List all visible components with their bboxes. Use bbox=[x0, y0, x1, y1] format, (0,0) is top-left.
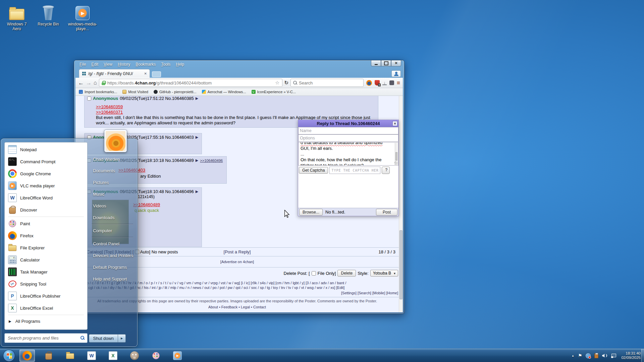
start-menu-item-help-support[interactable]: Help and Support bbox=[88, 273, 137, 285]
shutdown-options-arrow[interactable] bbox=[118, 334, 126, 343]
url-text[interactable]: https://boards.4chan.org/g/thread/106460… bbox=[107, 80, 273, 85]
menu-view[interactable]: View bbox=[104, 62, 112, 67]
new-tab-button[interactable] bbox=[152, 71, 161, 77]
all-programs-button[interactable]: All Programs bbox=[5, 316, 87, 326]
get-captcha-button[interactable]: Get Captcha bbox=[299, 167, 328, 174]
start-menu-item-libreoffice-excel[interactable]: LibreOffice Excel bbox=[5, 302, 87, 314]
style-select[interactable]: Yotsuba B bbox=[370, 270, 398, 277]
post-meta[interactable]: 09/02/25(Tue)17:51:22 No.106460385 bbox=[120, 96, 194, 101]
bookmark-most-visited[interactable]: Most Visited bbox=[122, 90, 148, 94]
quote-link[interactable]: >>106460359 bbox=[96, 104, 123, 109]
start-menu-item-computer[interactable]: Computer bbox=[88, 225, 137, 237]
start-menu-item-file-explorer[interactable]: File Explorer bbox=[5, 242, 87, 254]
menu-bookmarks[interactable]: Bookmarks bbox=[136, 62, 156, 67]
desktop-icon-media-player[interactable]: windows-media-playe... bbox=[66, 3, 99, 31]
start-menu-item-paint[interactable]: Paint bbox=[5, 218, 87, 230]
maximize-button[interactable] bbox=[381, 60, 391, 66]
taskbar-libreoffice-excel[interactable] bbox=[105, 350, 121, 362]
start-menu-user-name[interactable]: Chad Warden bbox=[88, 154, 137, 165]
show-desktop-button[interactable] bbox=[641, 349, 644, 362]
start-menu-item-notepad[interactable]: Notepad bbox=[5, 143, 87, 156]
menu-tools[interactable]: Tools bbox=[161, 62, 170, 67]
start-menu-item-discover[interactable]: Discover bbox=[5, 204, 87, 216]
start-menu-item-google-chrome[interactable]: Google Chrome bbox=[5, 168, 87, 180]
start-menu-item-libreoffice-word[interactable]: LibreOffice Word bbox=[5, 192, 87, 204]
taskbar-vlc[interactable] bbox=[170, 350, 185, 362]
downloads-icon[interactable]: ↓ bbox=[382, 81, 387, 85]
taskbar-firefox[interactable] bbox=[19, 350, 35, 362]
scrollbar-thumb[interactable] bbox=[395, 152, 397, 161]
clock[interactable]: 18:31:40 02/09/2025 bbox=[621, 351, 641, 360]
comment-textarea[interactable]: o that defaults to a beautiful and optim… bbox=[298, 142, 398, 166]
taskbar-file-explorer[interactable] bbox=[62, 350, 78, 362]
browser-titlebar[interactable]: File Edit View History Bookmarks Tools H… bbox=[74, 60, 404, 78]
start-menu-item-snipping-tool[interactable]: Snipping Tool bbox=[5, 278, 87, 290]
scrollbar-thumb[interactable] bbox=[399, 230, 402, 300]
action-center-flag-icon[interactable]: ⚑ bbox=[578, 353, 582, 358]
start-menu-item-vlc[interactable]: VLC media player bbox=[5, 180, 87, 192]
start-menu-item-command-prompt[interactable]: Command Prompt bbox=[5, 156, 87, 168]
file-only-checkbox[interactable] bbox=[312, 271, 316, 276]
user-avatar[interactable] bbox=[104, 130, 127, 152]
network-icon[interactable] bbox=[611, 354, 616, 358]
resize-grip[interactable] bbox=[394, 162, 398, 165]
addon-icon[interactable] bbox=[389, 80, 394, 85]
account-button[interactable] bbox=[391, 70, 401, 77]
start-menu-item-control-panel[interactable]: Control Panel bbox=[88, 238, 137, 250]
start-menu-item-music[interactable]: Music bbox=[88, 188, 137, 200]
captcha-help-button[interactable]: ? bbox=[382, 167, 390, 174]
captcha-input[interactable] bbox=[329, 167, 380, 174]
start-search-input[interactable] bbox=[4, 333, 88, 343]
tab-close-icon[interactable] bbox=[144, 72, 147, 75]
hidden-icons-chevron[interactable]: ▲ bbox=[572, 354, 574, 357]
start-menu-item-calculator[interactable]: Calculator bbox=[5, 254, 87, 266]
reply-backlink[interactable]: >>106460496 bbox=[200, 159, 223, 163]
ublock-shield-icon[interactable]: 5 bbox=[375, 80, 380, 85]
taskbar-libreoffice-word[interactable] bbox=[84, 350, 99, 362]
start-menu-item-libreoffice-publisher[interactable]: LibreOffice Publisher bbox=[5, 290, 87, 302]
url-bar[interactable]: https://boards.4chan.org/g/thread/106460… bbox=[99, 79, 282, 87]
bookmark-iconexperience[interactable]: IconExperience » V-C... bbox=[252, 90, 296, 94]
reply-dialog-titlebar[interactable]: Reply to Thread No.106460244 bbox=[298, 120, 398, 127]
options-field[interactable] bbox=[298, 134, 398, 142]
bookmark-star-icon[interactable]: ☆ bbox=[275, 80, 279, 86]
clipboard-icon[interactable] bbox=[594, 353, 598, 358]
post-menu-arrow-icon[interactable]: ▶ bbox=[196, 96, 198, 101]
bookmark-aerochat[interactable]: Aerochat — Windows... bbox=[202, 90, 246, 94]
search-box[interactable] bbox=[290, 79, 364, 87]
post-menu-arrow-icon[interactable]: ▶ bbox=[196, 135, 198, 139]
page-scrollbar[interactable] bbox=[399, 96, 403, 312]
post-menu-arrow-icon[interactable]: ▶ bbox=[196, 189, 198, 194]
firefox-icon[interactable] bbox=[366, 80, 372, 86]
menu-history[interactable]: History bbox=[118, 62, 130, 67]
post-button[interactable]: Post bbox=[376, 209, 397, 216]
post-menu-arrow-icon[interactable]: ▶ bbox=[196, 158, 198, 163]
back-button[interactable]: ← bbox=[78, 80, 84, 86]
bookmark-import[interactable]: Import bookmarks... bbox=[79, 90, 117, 94]
taskbar-paint[interactable] bbox=[148, 350, 164, 362]
site-meta-links[interactable]: [Settings] [Search] [Mobile] [Home] bbox=[341, 291, 398, 295]
start-menu-item-firefox[interactable]: Firefox bbox=[5, 230, 87, 242]
start-menu-item-devices-printers[interactable]: Devices and Printers bbox=[88, 250, 137, 261]
start-button[interactable] bbox=[3, 350, 15, 362]
name-field[interactable] bbox=[298, 127, 398, 134]
home-icon[interactable]: ⌂ bbox=[94, 80, 97, 86]
shutdown-button[interactable]: Shut down bbox=[89, 334, 118, 343]
quote-link[interactable]: >>106460371 bbox=[96, 110, 123, 115]
update-icon[interactable] bbox=[586, 353, 591, 358]
close-icon[interactable] bbox=[392, 121, 397, 126]
start-menu-item-task-manager[interactable]: Task Manager bbox=[5, 266, 87, 278]
start-menu-item-videos[interactable]: Videos bbox=[88, 200, 137, 212]
bookmark-github[interactable]: GitHub - pieroproietti... bbox=[154, 90, 197, 94]
forward-button[interactable]: → bbox=[86, 80, 92, 86]
desktop-icon-recycle-bin[interactable]: Recycle Bin bbox=[34, 3, 62, 31]
start-menu-item-downloads[interactable]: Downloads bbox=[88, 212, 137, 224]
minimize-button[interactable] bbox=[371, 60, 381, 66]
volume-icon[interactable] bbox=[602, 353, 607, 358]
start-menu-item-pictures[interactable]: Pictures bbox=[88, 177, 137, 188]
menu-hamburger-icon[interactable]: ≡ bbox=[397, 80, 400, 86]
start-menu-item-documents[interactable]: Documents bbox=[88, 165, 137, 177]
taskbar-gimp[interactable] bbox=[127, 350, 142, 362]
tab-4chan-thread[interactable]: /g/ - /fglt/ - Friendly GNU/ bbox=[79, 69, 150, 78]
taskbar-discover[interactable] bbox=[41, 350, 56, 362]
